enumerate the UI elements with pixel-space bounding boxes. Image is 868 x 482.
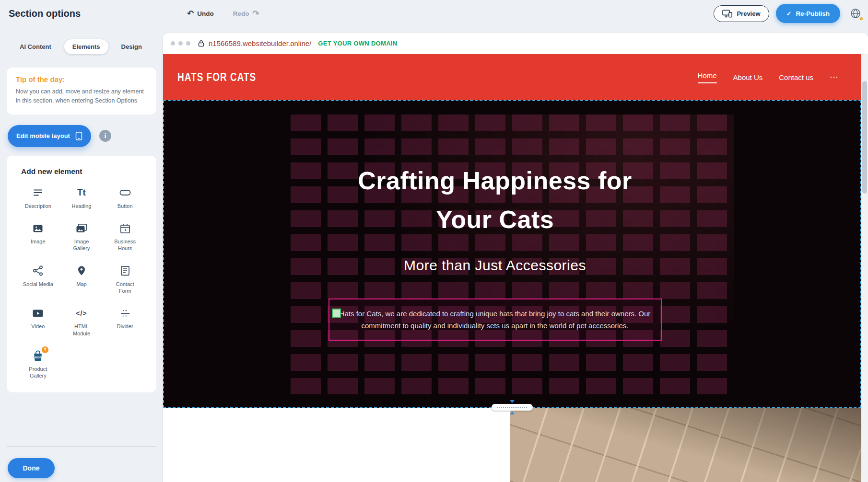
nav-more-icon[interactable]: ⋯ [830,73,838,81]
element-business-hours[interactable]: Business Hours [103,222,147,252]
element-map[interactable]: Map [60,264,104,295]
check-icon: ✓ [786,10,792,17]
element-image-gallery[interactable]: Image Gallery [60,222,104,252]
image-gallery-icon [75,222,88,235]
page-title: Section options [9,8,168,19]
next-section-blank [163,408,510,482]
element-resize-handle[interactable] [332,309,341,318]
section-options-sidebar: AI Content Elements Design Tip of the da… [0,27,163,482]
button-icon [119,186,131,199]
get-domain-link[interactable]: GET YOUR OWN DOMAIN [318,40,397,47]
edit-mobile-layout-button[interactable]: Edit mobile layout [8,125,91,147]
hero-section-selected[interactable]: Crafting Happiness for Your Cats More th… [163,100,861,408]
map-pin-icon [76,264,87,277]
info-icon[interactable]: i [99,130,111,142]
window-dot [186,41,190,46]
next-section[interactable] [163,408,861,482]
element-product-gallery[interactable]: SHOP Product Gallery [16,349,60,379]
address-url: n1566589.websitebuilder.online/ [209,39,311,47]
sidebar-tabs: AI Content Elements Design [12,39,152,54]
element-html-module[interactable]: </> HTML Module [60,307,104,337]
add-element-panel: Add new element Description Tt Heading [7,156,156,393]
tab-design[interactable]: Design [113,39,150,54]
arrow-up-icon [510,412,515,414]
devices-icon [722,10,732,18]
window-dot [178,41,183,46]
selected-text-element[interactable]: Hats for Cats, we are dedicated to craft… [328,298,662,341]
nav-home[interactable]: Home [698,71,717,83]
divider-icon [119,307,131,320]
notification-dot [859,17,863,21]
undo-icon: ↶ [187,10,194,18]
section-resize-handle[interactable] [492,400,533,414]
social-media-icon [32,264,44,277]
site-header: HATS FOR CATS Home About Us Contact us ⋯ [163,54,861,100]
element-social-media[interactable]: Social Media [16,264,60,295]
element-heading[interactable]: Tt Heading [60,186,104,209]
site-preview: HATS FOR CATS Home About Us Contact us ⋯… [163,54,861,482]
add-element-title: Add new element [21,167,147,176]
preview-button[interactable]: Preview [714,5,769,22]
nav-contact-us[interactable]: Contact us [779,73,813,81]
tiled-floor-photo [510,408,861,482]
site-logo[interactable]: HATS FOR CATS [177,70,256,84]
scrollbar-thumb[interactable] [862,81,867,194]
window-dot [171,41,175,46]
nav-about-us[interactable]: About Us [733,73,763,81]
dotted-line [497,407,527,408]
tip-title: Tip of the day: [16,75,147,83]
site-nav: Home About Us Contact us ⋯ [698,71,838,83]
lock-icon [198,40,204,47]
tip-body: Now you can add, move and resize any ele… [16,87,147,106]
shop-bag-icon: SHOP [31,349,45,362]
republish-button[interactable]: ✓ Re-Publish [776,4,840,23]
done-button[interactable]: Done [8,458,55,478]
element-description[interactable]: Description [16,186,60,209]
element-video[interactable]: Video [16,307,60,337]
undo-button[interactable]: ↶ Undo [184,9,217,18]
tip-of-the-day-card: Tip of the day: Now you can add, move an… [7,68,156,115]
tab-ai-content[interactable]: AI Content [12,39,59,54]
contact-form-icon [119,264,131,277]
editor-canvas: n1566589.websitebuilder.online/ GET YOUR… [163,27,868,482]
browser-chrome: n1566589.websitebuilder.online/ GET YOUR… [163,33,868,54]
redo-button[interactable]: Redo ↷ [230,9,262,18]
browser-window: n1566589.websitebuilder.online/ GET YOUR… [163,33,868,482]
element-image[interactable]: Image [16,222,60,252]
image-icon [32,222,44,235]
hero-heading[interactable]: Crafting Happiness for Your Cats [339,161,651,239]
tab-elements[interactable]: Elements [64,39,108,54]
arrow-down-icon [510,400,515,403]
video-icon [32,307,44,320]
preview-scrollbar [861,54,868,482]
language-globe-button[interactable] [847,5,864,22]
sidebar-divider [7,446,156,447]
editor-topbar: Section options ↶ Undo Redo ↷ Preview ✓ … [0,0,868,27]
element-divider[interactable]: Divider [103,307,147,337]
description-icon [32,186,44,199]
window-controls [171,41,190,46]
html-code-icon: </> [76,307,87,320]
element-button[interactable]: Button [103,186,147,209]
element-contact-form[interactable]: Contact Form [103,264,147,295]
redo-icon: ↷ [253,10,259,18]
hero-subheading[interactable]: More than Just Accessories [404,257,586,274]
hero-body-text: Hats for Cats, we are dedicated to craft… [334,308,656,332]
new-feature-badge [42,346,48,353]
phone-icon [75,132,82,140]
heading-icon: Tt [77,186,86,199]
business-hours-icon [119,222,131,235]
svg-text:SHOP: SHOP [35,356,42,359]
